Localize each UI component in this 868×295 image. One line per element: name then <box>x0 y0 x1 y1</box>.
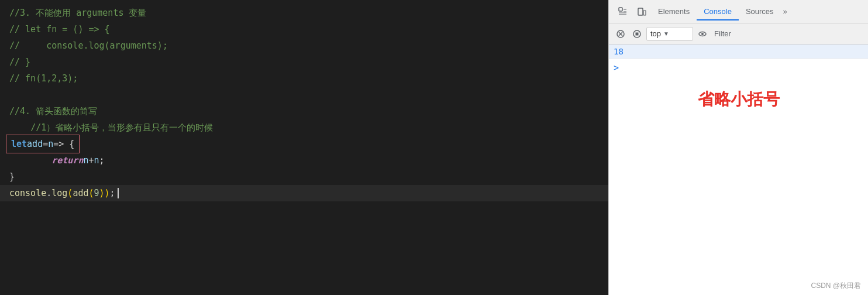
tab-sources[interactable]: Sources <box>739 4 781 20</box>
console-prompt: > <box>614 63 619 73</box>
eye-icon[interactable] <box>695 27 709 41</box>
code-line-10: return n + n ; <box>0 152 608 169</box>
svg-point-7 <box>701 33 704 35</box>
inspector-icon[interactable] <box>614 2 632 21</box>
svg-rect-0 <box>619 8 622 11</box>
more-tabs-icon[interactable]: » <box>781 4 790 19</box>
console-result-row: 18 <box>609 44 868 59</box>
annotation-text: 省略小括号 <box>698 88 780 111</box>
filter-label: Filter <box>714 29 731 38</box>
comment-text: // let fn = () => { <box>9 21 110 37</box>
comment-text: //1）省略小括号，当形参有且只有一个的时候 <box>30 119 213 136</box>
func-name: console <box>9 185 46 201</box>
watermark: CSDN @秋田君 <box>808 280 863 291</box>
svg-rect-5 <box>636 32 639 35</box>
code-editor: //3. 不能使用 arguments 变量 // let fn = () =>… <box>0 0 608 295</box>
func-name: add <box>73 185 88 201</box>
devtools-panel: Elements Console Sources » <box>608 0 868 295</box>
identifier: add <box>27 136 43 152</box>
tab-elements[interactable]: Elements <box>651 4 697 20</box>
code-line-12: console . log ( add ( 9 ) ) ; <box>0 185 608 201</box>
text-cursor <box>118 188 119 198</box>
comment-text: // console.log(arguments); <box>9 37 168 54</box>
responsive-icon[interactable] <box>632 2 651 21</box>
annotation-area: 省略小括号 <box>609 77 868 122</box>
console-output: 18 > 省略小括号 <box>609 44 868 295</box>
comment-text: // fn(1,2,3); <box>9 70 78 87</box>
code-line-1: //3. 不能使用 arguments 变量 <box>0 5 608 21</box>
comment-text: //4. 箭头函数的简写 <box>9 103 97 119</box>
code-line-6 <box>0 87 608 103</box>
code-line-4: // } <box>0 54 608 70</box>
code-line-11: } <box>0 169 608 185</box>
keyword-return: return <box>51 152 83 169</box>
tab-console[interactable]: Console <box>697 4 739 20</box>
func-name: log <box>51 185 67 201</box>
dropdown-arrow-icon: ▼ <box>663 30 669 37</box>
clear-console-icon[interactable] <box>614 27 628 41</box>
console-prompt-row[interactable]: > <box>609 59 868 77</box>
code-line-3: // console.log(arguments); <box>0 37 608 54</box>
keyword-let: let <box>11 136 27 152</box>
comment-text: //3. 不能使用 arguments 变量 <box>9 5 147 21</box>
identifier: n <box>83 152 88 169</box>
code-line-9: let add = n => { <box>0 136 608 152</box>
comment-text: // } <box>9 54 30 70</box>
svg-rect-1 <box>638 8 643 15</box>
console-toolbar: top ▼ Filter <box>609 23 868 44</box>
code-line-8: //1）省略小括号，当形参有且只有一个的时候 <box>0 119 608 136</box>
context-value: top <box>650 29 661 38</box>
number-literal: 9 <box>94 185 99 201</box>
svg-rect-2 <box>643 11 646 15</box>
context-selector[interactable]: top ▼ <box>646 27 693 41</box>
stop-icon[interactable] <box>630 27 644 41</box>
code-line-2: // let fn = () => { <box>0 21 608 37</box>
identifier: n <box>94 152 99 169</box>
code-line-5: // fn(1,2,3); <box>0 70 608 87</box>
code-line-7: //4. 箭头函数的简写 <box>0 103 608 119</box>
identifier: n <box>48 136 53 152</box>
devtools-tab-bar: Elements Console Sources » <box>609 0 868 23</box>
console-number: 18 <box>614 47 624 56</box>
